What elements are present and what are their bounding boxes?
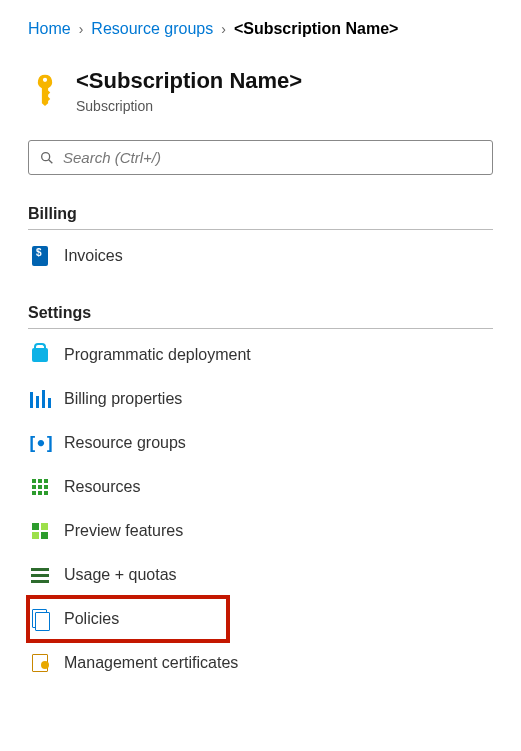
svg-line-1 [49,159,53,163]
section-title-settings: Settings [28,304,493,322]
invoice-icon [30,246,50,266]
page-header: <Subscription Name> Subscription [28,68,493,114]
search-box[interactable] [28,140,493,175]
sidebar-item-usage-quotas[interactable]: Usage + quotas [28,553,493,597]
sidebar-item-label: Programmatic deployment [64,346,251,364]
certificate-icon [30,653,50,673]
breadcrumb: Home › Resource groups › <Subscription N… [28,20,493,38]
sidebar-item-invoices[interactable]: Invoices [28,234,493,278]
bag-icon [30,345,50,365]
section-billing: Billing Invoices [28,205,493,278]
chevron-right-icon: › [79,21,84,37]
divider [28,328,493,329]
resource-group-icon: [•] [30,433,50,453]
section-settings: Settings Programmatic deployment Billing… [28,304,493,685]
chevron-right-icon: › [221,21,226,37]
sidebar-item-billing-properties[interactable]: Billing properties [28,377,493,421]
policies-icon [30,609,50,629]
page-subtitle: Subscription [76,98,302,114]
sidebar-item-label: Policies [64,610,119,628]
grid-icon [30,477,50,497]
sidebar-item-label: Resources [64,478,140,496]
sidebar-item-resource-groups[interactable]: [•] Resource groups [28,421,493,465]
sidebar-item-policies[interactable]: Policies [28,597,228,641]
preview-icon [30,521,50,541]
sidebar-item-programmatic-deployment[interactable]: Programmatic deployment [28,333,493,377]
sidebar-item-label: Resource groups [64,434,186,452]
sidebar-item-label: Preview features [64,522,183,540]
sidebar-item-preview-features[interactable]: Preview features [28,509,493,553]
section-title-billing: Billing [28,205,493,223]
page-title: <Subscription Name> [76,68,302,94]
sidebar-item-resources[interactable]: Resources [28,465,493,509]
sidebar-item-label: Management certificates [64,654,238,672]
sidebar-item-label: Invoices [64,247,123,265]
search-icon [39,150,55,166]
svg-point-0 [42,152,50,160]
usage-icon [30,565,50,585]
sidebar-item-management-certificates[interactable]: Management certificates [28,641,493,685]
breadcrumb-resource-groups[interactable]: Resource groups [91,20,213,38]
divider [28,229,493,230]
bar-chart-icon [30,389,50,409]
key-icon [28,72,62,106]
search-input[interactable] [63,149,482,166]
breadcrumb-home[interactable]: Home [28,20,71,38]
sidebar-item-label: Billing properties [64,390,182,408]
sidebar-item-label: Usage + quotas [64,566,177,584]
breadcrumb-current: <Subscription Name> [234,20,399,38]
